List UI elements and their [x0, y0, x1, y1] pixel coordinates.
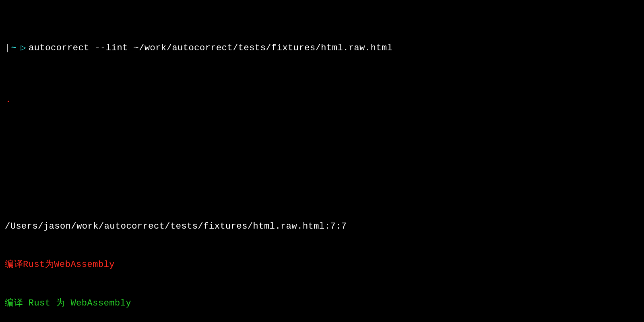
lint-result: /Users/jason/work/autocorrect/tests/fixt…: [5, 194, 639, 322]
cwd-tilde: ~: [11, 42, 17, 55]
corrected-text: 编译 Rust 为 WebAssembly: [5, 297, 639, 310]
prompt-line[interactable]: | ~ ▷ autocorrect --lint ~/work/autocorr…: [5, 42, 639, 55]
incorrect-text: 编译Rust为WebAssembly: [5, 258, 639, 271]
progress-dot: .: [5, 94, 639, 107]
command-text: autocorrect --lint ~/work/autocorrect/te…: [29, 42, 392, 55]
file-location: /Users/jason/work/autocorrect/tests/fixt…: [5, 220, 639, 233]
terminal-output: | ~ ▷ autocorrect --lint ~/work/autocorr…: [0, 0, 644, 322]
blank-line: [5, 145, 639, 156]
prompt-arrow-icon: ▷: [21, 42, 26, 55]
cursor-stub: |: [5, 42, 10, 55]
